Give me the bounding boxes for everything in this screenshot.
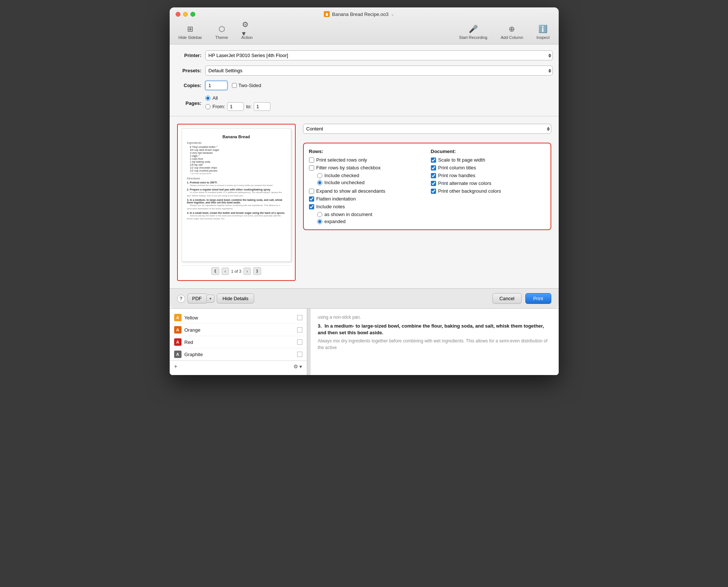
pdf-dropdown-button[interactable]: ▼ (206, 295, 215, 303)
scale-to-fit-item[interactable]: Scale to fit page width (431, 157, 545, 163)
pages-all-radio[interactable] (205, 96, 210, 101)
maximize-button[interactable] (190, 12, 195, 17)
action-label: Action (241, 35, 253, 40)
filter-rows-item[interactable]: Filter rows by status checkbox (309, 165, 423, 170)
print-selected-rows-item[interactable]: Print selected rows only (309, 157, 423, 163)
print-column-titles-label: Print column titles (438, 165, 476, 170)
last-page-button[interactable]: ⟫ (253, 267, 261, 275)
print-row-handles-label: Print row handles (438, 173, 475, 178)
pages-to-input[interactable] (254, 102, 270, 111)
action-icon: ⚙ ▾ (242, 24, 252, 34)
sidebar-item-red[interactable]: A Red (170, 336, 307, 348)
doc-continue-text: using a non-stick pan. (318, 315, 551, 320)
red-checkbox[interactable] (297, 339, 302, 345)
inspect-button[interactable]: ℹ️ Inspect (533, 22, 552, 41)
window-title-text: Banana Bread Recipe.oo3 (332, 11, 389, 17)
main-doc-area: using a non-stick pan. 3. In a medium- t… (310, 309, 559, 375)
pages-all-option[interactable]: All (205, 95, 270, 101)
preview-ingredient-0: 8 Tbsp unsalted butter * (187, 146, 286, 148)
printer-select-wrapper: HP LaserJet P3010 Series [4th Floor] (205, 50, 553, 60)
content-select[interactable]: Content (303, 124, 551, 134)
expand-descendants-item[interactable]: Expand to show all descendants (309, 188, 423, 194)
print-bg-colors-checkbox[interactable] (431, 189, 436, 194)
graphite-checkbox[interactable] (297, 352, 302, 357)
preview-step-2: 2. Prepare a regular-sized loaf pan with… (187, 188, 286, 197)
expanded-label: expanded (325, 219, 346, 224)
include-unchecked-label: Include unchecked (325, 180, 365, 185)
sidebar-item-graphite[interactable]: A Graphite (170, 348, 307, 361)
print-column-titles-item[interactable]: Print column titles (431, 165, 545, 170)
flatten-indentation-checkbox[interactable] (309, 196, 314, 202)
include-notes-checkbox[interactable] (309, 204, 314, 209)
orange-checkbox[interactable] (297, 327, 302, 332)
two-sided-checkbox[interactable] (232, 83, 237, 88)
preview-pane: Banana Bread Ingredients 8 Tbsp unsalted… (177, 124, 296, 281)
start-recording-button[interactable]: 🎤 Start Recording (456, 22, 490, 41)
inspect-icon: ℹ️ (538, 24, 548, 34)
theme-label: Theme (215, 35, 228, 40)
red-style-label: Red (185, 339, 294, 345)
theme-icon: ⬡ (216, 24, 227, 34)
sidebar-gear-button[interactable]: ⚙ ▾ (293, 364, 302, 369)
print-bg-colors-label: Print other background colors (438, 188, 501, 194)
hide-sidebar-button[interactable]: ⊞ Hide Sidebar (176, 22, 205, 41)
cancel-button[interactable]: Cancel (492, 293, 521, 304)
close-button[interactable] (176, 12, 180, 17)
include-checked-radio[interactable] (317, 173, 322, 178)
print-button[interactable]: Print (525, 293, 551, 304)
as-shown-item[interactable]: as shown in document (309, 212, 423, 217)
pdf-button[interactable]: PDF (187, 294, 206, 304)
theme-button[interactable]: ⬡ Theme (212, 22, 231, 41)
print-row-handles-item[interactable]: Print row handles (431, 173, 545, 178)
expanded-radio[interactable] (317, 219, 322, 224)
add-column-button[interactable]: ⊕ Add Column (498, 22, 526, 41)
print-selected-rows-checkbox[interactable] (309, 157, 314, 163)
include-notes-item[interactable]: Include notes (309, 204, 423, 209)
sidebar-item-yellow[interactable]: A Yellow (170, 312, 307, 324)
red-style-icon: A (174, 338, 182, 346)
include-checked-item[interactable]: Include checked (309, 173, 423, 178)
presets-select[interactable]: Default Settings (205, 66, 553, 76)
step-3-num: 3. (318, 323, 322, 329)
printer-select[interactable]: HP LaserJet P3010 Series [4th Floor] (205, 50, 553, 60)
rows-title: Rows: (309, 149, 423, 154)
include-unchecked-radio[interactable] (317, 180, 322, 185)
filter-rows-checkbox[interactable] (309, 165, 314, 170)
as-shown-radio[interactable] (317, 212, 322, 217)
action-button[interactable]: ⚙ ▾ Action (238, 22, 256, 41)
preview-ingredient-8: 1/2 cup crushed pecans (187, 169, 286, 172)
hide-details-button[interactable]: Hide Details (217, 294, 254, 304)
preview-doc-title: Banana Bread (187, 135, 286, 139)
minimize-button[interactable] (183, 12, 188, 17)
copies-label: Copies: (176, 83, 202, 88)
as-shown-label: as shown in document (325, 212, 372, 217)
first-page-button[interactable]: ⟪ (211, 267, 219, 275)
include-unchecked-item[interactable]: Include unchecked (309, 180, 423, 185)
toolbar: ⊞ Hide Sidebar ⬡ Theme ⚙ ▾ Action 🎤 Star… (176, 20, 553, 44)
print-bg-colors-item[interactable]: Print other background colors (431, 188, 545, 194)
help-button[interactable]: ? (177, 295, 185, 303)
include-checked-label: Include checked (325, 173, 359, 178)
expanded-item[interactable]: expanded (309, 219, 423, 224)
pages-from-radio[interactable] (205, 104, 210, 109)
flatten-indentation-item[interactable]: Flatten indentation (309, 196, 423, 202)
print-row-handles-checkbox[interactable] (431, 173, 436, 178)
sidebar-bottom-controls: + ⚙ ▾ (170, 361, 307, 372)
scale-to-fit-checkbox[interactable] (431, 157, 436, 163)
print-alternate-colors-checkbox[interactable] (431, 181, 436, 186)
window-title: 📋 Banana Bread Recipe.oo3 ⌄ (324, 11, 394, 17)
preview-page: Banana Bread Ingredients 8 Tbsp unsalted… (182, 128, 291, 262)
yellow-checkbox[interactable] (297, 315, 302, 320)
prev-page-button[interactable]: ‹ (222, 268, 229, 275)
presets-select-wrapper: Default Settings (205, 66, 553, 76)
next-page-button[interactable]: › (243, 268, 251, 275)
copies-input[interactable] (205, 81, 227, 90)
preview-step-1: 1. Preheat oven to 350°F. Always preheat… (187, 181, 286, 187)
pages-from-input[interactable] (227, 102, 244, 111)
print-column-titles-checkbox[interactable] (431, 165, 436, 170)
add-style-button[interactable]: + (174, 363, 177, 370)
sidebar-item-orange[interactable]: A Orange (170, 324, 307, 336)
print-alternate-colors-item[interactable]: Print alternate row colors (431, 180, 545, 186)
pages-from-option[interactable]: From: to: (205, 102, 270, 111)
expand-descendants-checkbox[interactable] (309, 189, 314, 194)
